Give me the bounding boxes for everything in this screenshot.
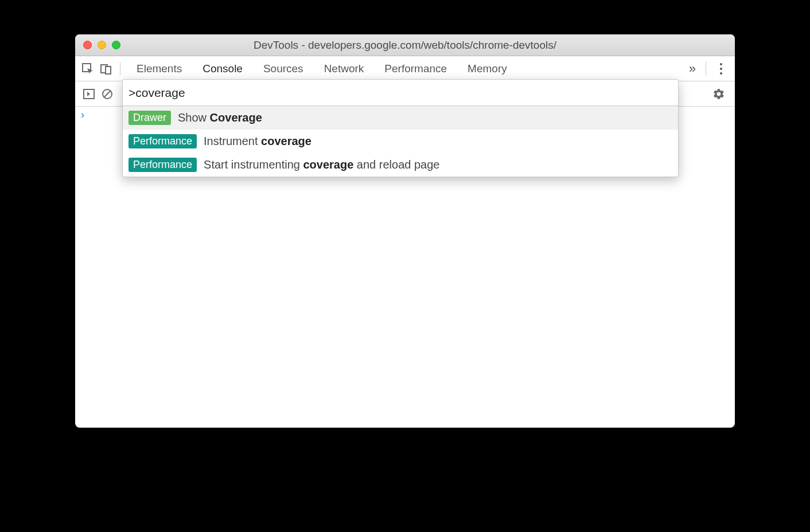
tab-console[interactable]: Console <box>202 62 243 75</box>
inspect-element-icon[interactable] <box>79 60 97 78</box>
tab-elements[interactable]: Elements <box>137 62 182 75</box>
result-label: Instrument coverage <box>204 135 311 148</box>
result-badge: Drawer <box>128 111 171 125</box>
titlebar: DevTools - developers.google.com/web/too… <box>75 34 735 56</box>
svg-line-5 <box>104 91 111 97</box>
kebab-menu-icon[interactable] <box>711 63 731 75</box>
command-input-row <box>123 80 678 106</box>
command-menu: DrawerShow CoveragePerformanceInstrument… <box>122 79 679 177</box>
clear-console-icon[interactable] <box>98 85 116 103</box>
console-prompt-chevron-icon: › <box>75 107 90 428</box>
command-result[interactable]: PerformanceInstrument coverage <box>123 130 678 153</box>
command-result[interactable]: DrawerShow Coverage <box>123 106 678 130</box>
command-input[interactable] <box>128 86 672 100</box>
console-content: › DrawerShow CoveragePerformanceInstrume… <box>75 107 735 428</box>
command-result[interactable]: PerformanceStart instrumenting coverage … <box>123 153 678 177</box>
result-label: Show Coverage <box>178 111 262 124</box>
divider <box>120 62 120 76</box>
tab-memory[interactable]: Memory <box>468 62 507 75</box>
tab-sources[interactable]: Sources <box>263 62 303 75</box>
close-window-button[interactable] <box>83 41 92 49</box>
window-title: DevTools - developers.google.com/web/too… <box>75 39 735 52</box>
divider <box>706 62 706 76</box>
toggle-sidebar-icon[interactable] <box>80 85 98 103</box>
devtools-tabbar: ElementsConsoleSourcesNetworkPerformance… <box>75 56 735 81</box>
devtools-window: DevTools - developers.google.com/web/too… <box>75 34 735 428</box>
result-badge: Performance <box>128 158 197 172</box>
panel-tabs: ElementsConsoleSourcesNetworkPerformance… <box>125 62 681 75</box>
result-badge: Performance <box>128 134 197 148</box>
maximize-window-button[interactable] <box>112 41 120 49</box>
console-settings-icon[interactable] <box>712 85 730 103</box>
more-tabs-icon[interactable]: » <box>681 61 701 76</box>
svg-rect-2 <box>106 66 111 74</box>
tab-performance[interactable]: Performance <box>384 62 447 75</box>
minimize-window-button[interactable] <box>98 41 106 49</box>
window-controls <box>75 41 120 49</box>
result-label: Start instrumenting coverage and reload … <box>204 158 439 171</box>
device-toolbar-icon[interactable] <box>97 60 115 78</box>
tab-network[interactable]: Network <box>324 62 364 75</box>
